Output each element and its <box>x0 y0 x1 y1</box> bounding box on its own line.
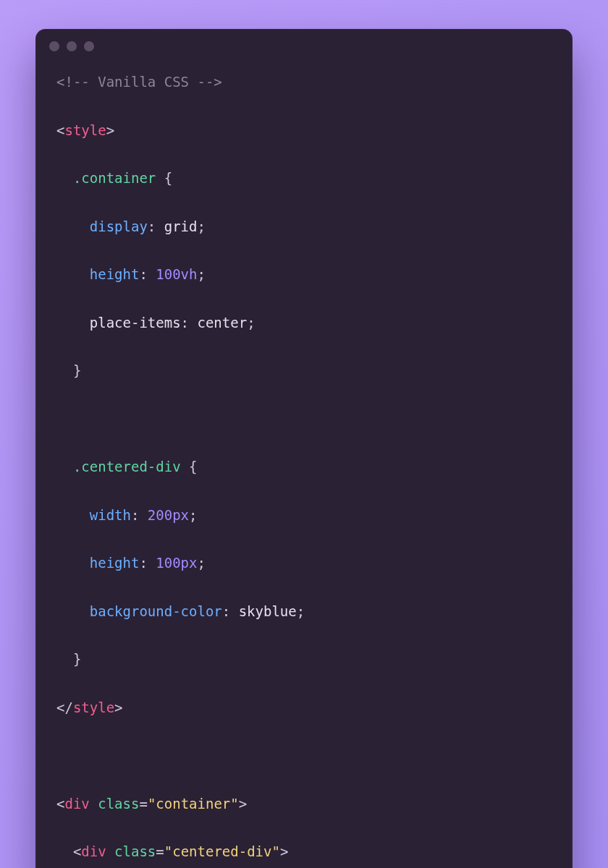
code-line: .container { <box>56 166 552 190</box>
code-line: <div class="container"> <box>56 792 552 816</box>
code-line: } <box>56 359 552 383</box>
code-line: </style> <box>56 696 552 720</box>
code-line: <style> <box>56 119 552 142</box>
window-dot-icon <box>67 41 77 51</box>
code-line: .centered-div { <box>56 455 552 479</box>
code-window: <!-- Vanilla CSS --> <style> .container … <box>35 29 573 868</box>
code-line: display: grid; <box>56 215 552 239</box>
code-line: place-items: center; <box>56 311 552 335</box>
code-block: <!-- Vanilla CSS --> <style> .container … <box>36 51 572 868</box>
code-line: <!-- Vanilla CSS --> <box>56 70 552 94</box>
blank-line <box>56 744 552 767</box>
code-line: width: 200px; <box>56 503 552 527</box>
window-dot-icon <box>49 41 59 51</box>
code-line: height: 100px; <box>56 551 552 575</box>
code-line: } <box>56 647 552 671</box>
window-dot-icon <box>84 41 94 51</box>
blank-line <box>56 407 552 431</box>
comment: <!-- Vanilla CSS --> <box>56 74 222 90</box>
code-line: background-color: skyblue; <box>56 600 552 624</box>
code-line: height: 100vh; <box>56 263 552 286</box>
code-line: <div class="centered-div"> <box>56 840 552 864</box>
window-titlebar <box>36 30 572 51</box>
